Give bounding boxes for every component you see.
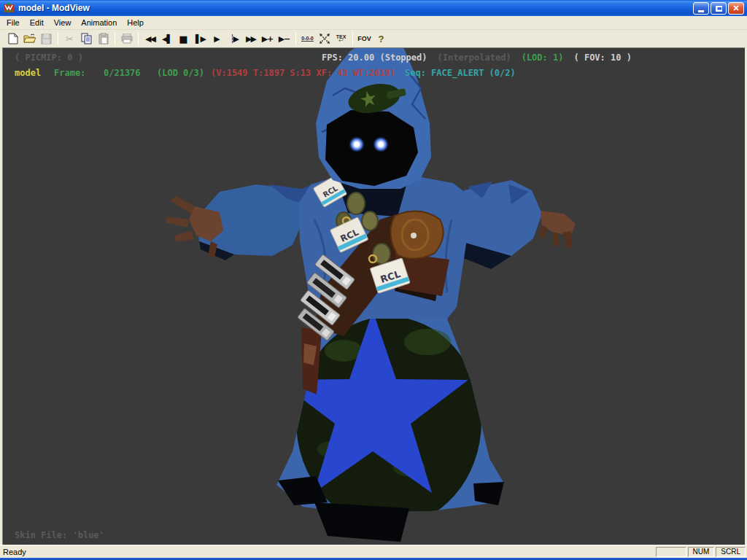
rewind-icon: ◀◀ [145, 35, 155, 43]
fps-value: FPS: 20.00 (Stopped) [322, 52, 427, 63]
stop-button[interactable]: ■ [175, 31, 192, 47]
fov-button[interactable]: FOV [356, 31, 373, 47]
menu-edit[interactable]: Edit [25, 17, 49, 28]
origin-button[interactable]: 0-0-0 [299, 31, 316, 47]
minimize-button[interactable] [693, 2, 709, 15]
new-file-icon [8, 33, 18, 44]
close-button[interactable]: ✕ [728, 2, 744, 15]
title-bar[interactable]: model - ModView ✕ [0, 0, 747, 16]
menu-animation[interactable]: Animation [76, 17, 122, 28]
toolbar: ✂ ◀◀ ◀▌ ■ ▌▶ ▶ ┆▶ ▶▶ ▶+ ▶− 0-0-0 TEX ↩ [0, 30, 747, 47]
stop-icon: ■ [179, 34, 187, 44]
menu-view[interactable]: View [49, 17, 77, 28]
model-lod-value: (LOD 0/3) [157, 68, 204, 78]
frame-value: 0/21376 [104, 68, 141, 78]
next-frame-button[interactable]: ▌▶ [192, 31, 209, 47]
picmip-readout: ( PICMIP: 0 ) [15, 52, 83, 63]
rewind-button[interactable]: ◀◀ [142, 31, 158, 47]
fov-label: FOV [357, 35, 371, 42]
texture-arrow-icon: ↩ [338, 38, 344, 44]
frame-label: Frame: [54, 68, 85, 78]
open-file-button[interactable] [21, 31, 38, 47]
texture-button[interactable]: TEX ↩ [333, 31, 349, 47]
help-icon: ? [379, 34, 384, 44]
sequence-readout: Seq: FACE_ALERT (0/2) [405, 68, 516, 78]
model-render: RCL RCL RCL [3, 48, 745, 545]
paste-button[interactable] [95, 31, 112, 47]
minimize-icon [698, 10, 704, 12]
speed-up-icon: ▶+ [262, 35, 274, 43]
prev-frame-icon: ◀▌ [162, 35, 171, 43]
prev-frame-button[interactable]: ◀▌ [158, 31, 175, 47]
origin-icon: 0-0-0 [301, 36, 313, 42]
lod-readout: (LOD: 1) [522, 52, 564, 63]
help-button[interactable]: ? [373, 31, 390, 47]
next-frame-icon: ▌▶ [196, 35, 205, 43]
app-window: model - ModView ✕ File Edit View Animati… [0, 0, 747, 560]
play-icon: ▶ [214, 35, 220, 43]
model-stats: (V:1549 T:1897 S:13 XF: 43 WT:2619) [211, 68, 395, 78]
toolbar-separator [115, 32, 115, 45]
cut-button[interactable]: ✂ [61, 31, 78, 47]
translate-icon [319, 33, 330, 44]
toolbar-separator [138, 32, 139, 45]
status-bar: Ready NUM SCRL [0, 545, 747, 558]
menu-bar: File Edit View Animation Help [0, 16, 747, 30]
model-name: model [15, 68, 41, 78]
copy-icon [81, 33, 92, 44]
toolbar-separator [295, 32, 296, 45]
print-icon [121, 34, 133, 44]
play-once-icon: ┆▶ [230, 35, 238, 43]
num-lock-indicator: NUM [688, 547, 715, 557]
speed-up-button[interactable]: ▶+ [259, 31, 276, 47]
window-title: model - ModView [18, 3, 90, 13]
new-file-button[interactable] [4, 31, 21, 47]
copy-button[interactable] [78, 31, 95, 47]
fast-forward-button[interactable]: ▶▶ [242, 31, 259, 47]
speed-down-icon: ▶− [279, 35, 290, 43]
play-once-button[interactable]: ┆▶ [225, 31, 242, 47]
save-button[interactable] [38, 31, 55, 47]
fps-readout-line: FPS: 20.00 (Stopped) (Interpolated) (LOD… [322, 52, 632, 63]
status-panel-blank [656, 547, 686, 557]
toolbar-separator [58, 32, 58, 45]
close-icon: ✕ [732, 4, 739, 12]
fast-forward-icon: ▶▶ [246, 35, 255, 43]
viewport-canvas[interactable]: RCL RCL RCL [2, 47, 745, 545]
restore-button[interactable] [711, 2, 727, 15]
translate-button[interactable] [316, 31, 333, 47]
print-button[interactable] [118, 31, 135, 47]
toolbar-separator [352, 32, 353, 45]
cut-icon: ✂ [66, 34, 74, 44]
save-icon [41, 34, 52, 44]
scroll-lock-indicator: SCRL [716, 547, 746, 557]
skin-file-readout: Skin File: 'blue' [15, 530, 104, 540]
interpolated-flag: (Interpolated) [438, 52, 511, 63]
speed-down-button[interactable]: ▶− [276, 31, 293, 47]
status-message: Ready [3, 548, 656, 556]
menu-help[interactable]: Help [122, 17, 149, 28]
app-icon [3, 2, 15, 14]
play-button[interactable]: ▶ [209, 31, 225, 47]
paste-icon [98, 33, 109, 44]
open-folder-icon [23, 34, 36, 44]
fov-readout: ( FOV: 10 ) [573, 52, 631, 63]
menu-file[interactable]: File [1, 17, 25, 28]
restore-icon [716, 6, 722, 12]
